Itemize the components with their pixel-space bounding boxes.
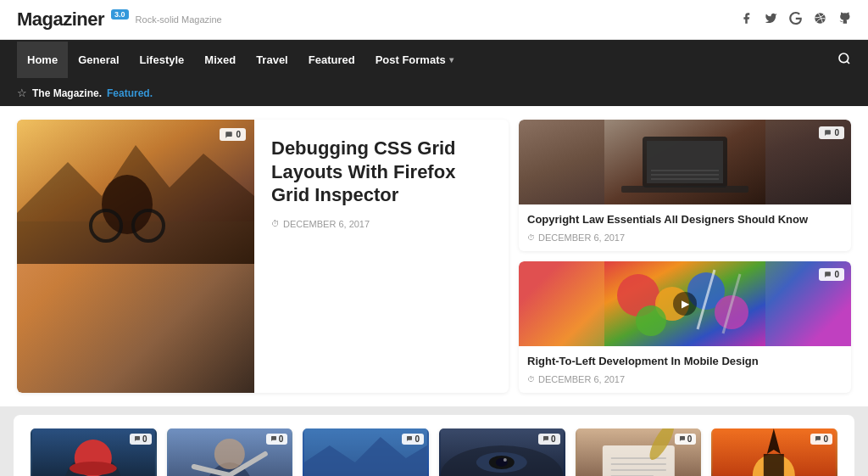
svg-rect-11: [647, 141, 723, 183]
carousel-card-3-image: 0: [439, 428, 565, 476]
carousel-card-1-image: 0: [167, 428, 293, 476]
github-icon[interactable]: [838, 12, 851, 27]
carousel-card-1[interactable]: 0 Cheerful Wallpapers To Deck Your Decem…: [167, 428, 293, 476]
carousel-card-2[interactable]: 0 The Evolution Of User Experience Desig…: [303, 428, 429, 476]
small-card-0-title: Copyright Law Essentials All Designers S…: [527, 213, 843, 227]
carousel-card-2-comment: 0: [402, 434, 424, 445]
play-button-icon[interactable]: ▶: [673, 292, 697, 316]
small-card-0-comment: 0: [819, 126, 844, 139]
logo-badge: 3.0: [111, 9, 129, 20]
twitter-icon[interactable]: [765, 12, 777, 27]
dribbble-icon[interactable]: [814, 12, 826, 27]
big-card-content: Debugging CSS Grid Layouts With Firefox …: [254, 120, 509, 393]
social-icons: [740, 12, 851, 27]
logo-tagline: Rock-solid Magazine: [136, 14, 222, 25]
small-card-1-content: Right-To-Left Development In Mobile Desi…: [519, 346, 851, 393]
carousel-card-0-comment: 0: [130, 434, 152, 445]
post-formats-arrow: ▾: [449, 55, 453, 64]
nav-items: Home General Lifestyle Mixed Travel Feat…: [17, 42, 464, 78]
svg-line-2: [847, 61, 849, 64]
carousel-card-0[interactable]: 0 Welcome To The Next Level Of Mobile Ap…: [31, 428, 157, 476]
bike-scene-svg: [17, 120, 254, 264]
big-featured-card[interactable]: 0 Debugging CSS Grid Layouts With Firefo…: [17, 120, 509, 393]
nav-bar: Home General Lifestyle Mixed Travel Feat…: [0, 40, 868, 80]
small-card-1-date: ⏱ DECEMBER 6, 2017: [527, 374, 843, 384]
small-card-0-content: Copyright Law Essentials All Designers S…: [519, 204, 851, 251]
svg-rect-12: [621, 186, 748, 193]
nav-item-mixed[interactable]: Mixed: [194, 42, 246, 78]
google-icon[interactable]: [789, 12, 802, 27]
facebook-icon[interactable]: [740, 12, 753, 27]
carousel-section: ‹ 0 Welcome To The Next Level Of Mobile …: [14, 415, 854, 476]
small-cards-column: 0 Copyright Law Essentials All Designers…: [519, 120, 851, 393]
big-card-title: Debugging CSS Grid Layouts With Firefox …: [271, 137, 492, 207]
featured-tag: Featured.: [107, 87, 153, 99]
nav-item-home[interactable]: Home: [17, 42, 68, 78]
carousel-card-0-image: 0: [31, 428, 157, 476]
featured-label-bar: ☆ The Magazine. Featured.: [0, 80, 868, 106]
svg-point-6: [102, 175, 153, 234]
nav-item-featured[interactable]: Featured: [298, 42, 365, 78]
svg-point-27: [70, 462, 117, 475]
carousel-card-4-image: 0: [576, 428, 702, 476]
small-card-1[interactable]: 0 ▶ Right-To-Left Development In Mobile …: [519, 261, 851, 393]
carousel-card-2-image: 0: [303, 428, 429, 476]
star-icon: ☆: [17, 87, 27, 99]
carousel-card-5[interactable]: 0 Getting Back Into The (Right) Delivera…: [711, 428, 837, 476]
carousel-track: 0 Welcome To The Next Level Of Mobile Ap…: [31, 428, 837, 476]
clock-icon: ⏱: [527, 233, 535, 242]
laptop-svg: [519, 120, 851, 204]
carousel-card-5-image: 0: [711, 428, 837, 476]
nav-item-travel[interactable]: Travel: [246, 42, 298, 78]
clock-icon: ⏱: [527, 375, 535, 384]
big-card-image: 0: [17, 120, 254, 393]
nav-item-post-formats[interactable]: Post Formats ▾: [365, 42, 464, 78]
svg-point-19: [636, 305, 666, 336]
logo-area: Magaziner 3.0 Rock-solid Magazine: [17, 8, 222, 31]
big-card-comment-badge: 0: [220, 128, 246, 141]
nav-item-lifestyle[interactable]: Lifestyle: [130, 42, 195, 78]
featured-section: 0 Debugging CSS Grid Layouts With Firefo…: [0, 106, 868, 406]
svg-point-1: [839, 53, 849, 63]
carousel-card-4[interactable]: 0 A Guide To Simple And Painless Mobile …: [576, 428, 702, 476]
clock-icon: ⏱: [271, 219, 280, 228]
svg-point-30: [214, 439, 244, 469]
nav-item-general[interactable]: General: [68, 42, 129, 78]
small-card-1-image: 0 ▶: [519, 261, 851, 346]
carousel-card-3[interactable]: 0 Desktop Wallpaper Calendars: December …: [439, 428, 565, 476]
small-card-1-title: Right-To-Left Development In Mobile Desi…: [527, 355, 843, 369]
small-card-0-image: 0: [519, 120, 851, 204]
svg-point-42: [504, 458, 507, 462]
carousel-card-4-comment: 0: [675, 434, 697, 445]
magazine-label: The Magazine.: [32, 87, 102, 99]
carousel-card-1-comment: 0: [266, 434, 288, 445]
small-card-1-comment: 0: [819, 268, 844, 281]
small-card-0-date: ⏱ DECEMBER 6, 2017: [527, 232, 843, 243]
small-card-0[interactable]: 0 Copyright Law Essentials All Designers…: [519, 120, 851, 251]
svg-rect-53: [764, 454, 784, 476]
carousel-card-5-comment: 0: [810, 434, 832, 445]
logo-text: Magaziner: [17, 8, 104, 31]
carousel-card-3-comment: 0: [538, 434, 560, 445]
search-button[interactable]: [837, 40, 851, 80]
top-bar: Magaziner 3.0 Rock-solid Magazine: [0, 0, 868, 40]
big-card-date: ⏱ DECEMBER 6, 2017: [271, 219, 492, 229]
